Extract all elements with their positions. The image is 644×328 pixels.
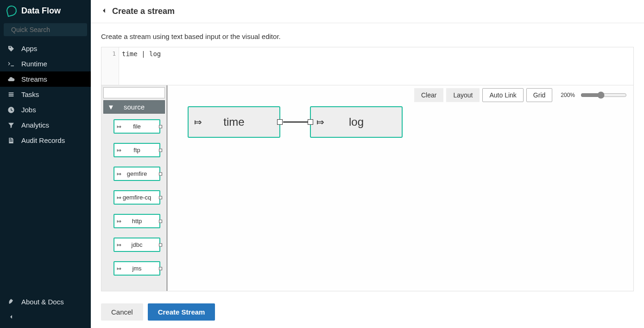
sidebar-item-label: Analytics (21, 121, 49, 129)
sidebar-item-apps[interactable]: Apps (0, 41, 91, 56)
quick-search-input[interactable] (11, 26, 92, 33)
content: Create a stream using text based input o… (91, 23, 644, 296)
port-icon (159, 125, 162, 128)
editor-content[interactable]: time | log (119, 47, 164, 85)
sidebar-item-tasks[interactable]: Tasks (0, 87, 91, 102)
source-icon: ⤇ (117, 194, 121, 201)
palette-item-label: jdbc (132, 241, 143, 248)
cancel-button[interactable]: Cancel (101, 303, 143, 321)
sidebar-item-label: About & Docs (21, 298, 64, 306)
sidebar: Data Flow Apps Runtime Streams Tasks Job… (0, 0, 91, 328)
palette-filter-input[interactable] (103, 87, 165, 98)
sidebar-item-label: Apps (21, 45, 37, 52)
palette-section-header[interactable]: ▼ source (103, 100, 165, 114)
node-label: time (223, 116, 244, 129)
palette-item-label: jms (132, 265, 141, 272)
palette-item-http[interactable]: ⤇ http (114, 214, 160, 228)
zoom-label: 200% (561, 92, 575, 98)
node-time[interactable]: ⤇ time (188, 106, 280, 138)
input-port[interactable] (308, 119, 313, 125)
sidebar-item-audit-records[interactable]: Audit Records (0, 133, 91, 148)
node-log[interactable]: ⤇ log (310, 106, 403, 138)
chevron-left-icon (101, 7, 107, 14)
text-editor[interactable]: 1 time | log (101, 47, 634, 85)
main: Create a stream Create a stream using te… (91, 0, 644, 328)
back-button[interactable] (101, 7, 107, 16)
sidebar-item-label: Audit Records (21, 136, 65, 144)
clock-icon (7, 106, 15, 114)
sidebar-item-analytics[interactable]: Analytics (0, 117, 91, 133)
brand-title: Data Flow (21, 6, 61, 16)
canvas[interactable]: Clear Layout Auto Link Grid 200% ⤇ time … (167, 85, 633, 291)
layout-button[interactable]: Layout (446, 88, 480, 102)
palette-item-label: gemfire (127, 170, 147, 177)
palette-item-ftp[interactable]: ⤇ ftp (114, 143, 160, 157)
source-icon: ⤇ (117, 218, 121, 225)
leaf-icon (7, 298, 15, 306)
source-icon: ⤇ (117, 123, 121, 130)
grid-button[interactable]: Grid (526, 88, 552, 102)
document-icon (7, 137, 15, 144)
cloud-icon (7, 76, 15, 83)
palette-item-gemfire-cq[interactable]: ⤇ gemfire-cq (114, 190, 160, 205)
output-port[interactable] (277, 119, 283, 125)
terminal-icon (7, 60, 15, 68)
source-icon: ⤇ (117, 171, 121, 177)
leaf-icon (6, 5, 18, 17)
list-icon (7, 91, 15, 98)
zoom-slider[interactable] (581, 91, 627, 99)
create-stream-button[interactable]: Create Stream (148, 303, 215, 321)
chevron-down-icon: ▼ (107, 103, 114, 111)
page-description: Create a stream using text based input o… (101, 32, 634, 40)
node-label: log (349, 116, 364, 129)
sidebar-item-about[interactable]: About & Docs (0, 294, 91, 309)
port-icon (159, 148, 162, 152)
header: Create a stream (91, 0, 644, 23)
brand: Data Flow (0, 0, 91, 21)
clear-button[interactable]: Clear (414, 88, 443, 102)
line-number: 1 (112, 50, 116, 57)
source-icon: ⤇ (194, 116, 202, 128)
palette-item-file[interactable]: ⤇ file (114, 119, 160, 134)
sink-icon: ⤇ (316, 116, 324, 128)
sidebar-collapse[interactable] (0, 309, 91, 324)
sidebar-nav: Apps Runtime Streams Tasks Jobs Analytic… (0, 41, 91, 148)
port-icon (159, 219, 162, 223)
canvas-toolbar: Clear Layout Auto Link Grid 200% (414, 88, 627, 102)
sidebar-item-label: Tasks (21, 90, 39, 98)
palette-item-jdbc[interactable]: ⤇ jdbc (114, 238, 160, 252)
sidebar-item-label: Streams (21, 75, 47, 83)
port-icon (159, 243, 162, 246)
palette-item-gemfire[interactable]: ⤇ gemfire (114, 167, 160, 181)
page-title: Create a stream (112, 6, 175, 16)
sidebar-bottom: About & Docs (0, 294, 91, 328)
filter-icon (7, 122, 15, 129)
palette: ▼ source ⤇ file ⤇ ftp ⤇ gemfire (101, 85, 167, 291)
port-icon (159, 267, 162, 270)
port-icon (159, 172, 162, 175)
palette-item-jms[interactable]: ⤇ jms (114, 261, 160, 276)
autolink-button[interactable]: Auto Link (482, 88, 523, 102)
palette-item-label: gemfire-cq (123, 194, 151, 201)
source-icon: ⤇ (117, 147, 121, 154)
sidebar-item-label: Runtime (21, 60, 47, 68)
tag-icon (7, 45, 15, 52)
source-icon: ⤇ (117, 242, 121, 248)
sidebar-item-jobs[interactable]: Jobs (0, 102, 91, 117)
footer: Cancel Create Stream (91, 296, 644, 328)
sidebar-item-label: Jobs (21, 106, 36, 114)
sidebar-item-streams[interactable]: Streams (0, 71, 91, 87)
quick-search[interactable] (4, 23, 87, 36)
link-time-log[interactable] (283, 122, 311, 122)
chevron-left-icon (7, 313, 15, 321)
sidebar-item-runtime[interactable]: Runtime (0, 56, 91, 71)
palette-item-label: file (133, 123, 141, 130)
palette-item-label: http (132, 218, 142, 225)
palette-section-title: source (124, 103, 145, 111)
source-icon: ⤇ (117, 265, 121, 272)
port-icon (159, 196, 162, 199)
palette-item-label: ftp (133, 147, 140, 154)
visual-editor: ▼ source ⤇ file ⤇ ftp ⤇ gemfire (101, 85, 634, 291)
editor-gutter: 1 (101, 47, 119, 85)
